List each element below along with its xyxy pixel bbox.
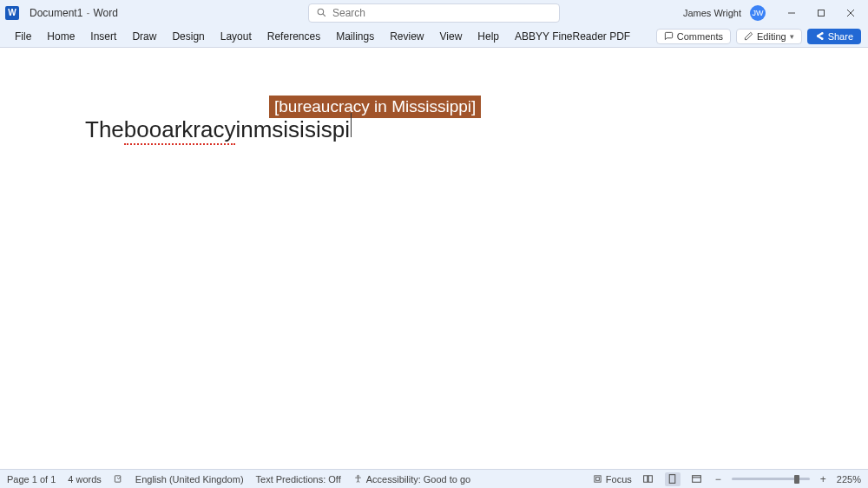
svg-rect-11 [693, 476, 701, 483]
word-app-icon: W [5, 6, 19, 20]
print-layout-button[interactable] [665, 472, 681, 486]
comment-icon [664, 31, 674, 41]
zoom-in-button[interactable]: + [819, 473, 828, 485]
status-accessibility[interactable]: Accessibility: Good to go [353, 474, 470, 485]
status-page[interactable]: Page 1 of 1 [7, 474, 56, 485]
search-box[interactable]: Search [308, 3, 560, 23]
comments-button[interactable]: Comments [656, 29, 731, 44]
editing-mode-button[interactable]: Editing ▾ [736, 29, 802, 44]
title-bar: W Document1-Word Search James Wright JW [0, 0, 868, 25]
focus-mode-button[interactable]: Focus [593, 474, 632, 485]
menu-references[interactable]: References [260, 27, 328, 46]
minimize-button[interactable] [779, 3, 804, 23]
menu-draw[interactable]: Draw [124, 27, 164, 46]
svg-rect-10 [670, 475, 676, 484]
menu-help[interactable]: Help [470, 27, 507, 46]
svg-line-1 [323, 14, 326, 16]
user-avatar[interactable]: JW [750, 5, 766, 21]
menu-mailings[interactable]: Mailings [328, 27, 382, 46]
svg-point-7 [357, 475, 358, 477]
chevron-down-icon: ▾ [790, 32, 794, 41]
search-icon [316, 7, 327, 18]
share-icon [815, 31, 825, 41]
svg-point-0 [318, 9, 324, 15]
menu-review[interactable]: Review [382, 27, 431, 46]
zoom-slider[interactable] [732, 478, 810, 480]
web-layout-button[interactable] [689, 472, 705, 486]
status-word-count[interactable]: 4 words [68, 474, 102, 485]
svg-rect-8 [595, 476, 601, 482]
status-spellcheck[interactable] [114, 474, 123, 484]
accessibility-icon [353, 474, 363, 484]
status-predictions[interactable]: Text Predictions: Off [256, 474, 341, 485]
menu-home[interactable]: Home [39, 27, 82, 46]
page-icon [667, 473, 678, 485]
svg-rect-9 [596, 478, 600, 481]
misspelled-word[interactable]: msisisispi [253, 116, 350, 143]
spellcheck-icon [114, 474, 123, 484]
share-button[interactable]: Share [807, 29, 861, 44]
pencil-icon [744, 31, 753, 41]
document-title: Document1-Word [30, 7, 118, 19]
document-canvas[interactable]: [bureaucracy in Mississippi] The booarkr… [0, 48, 868, 465]
text-span: in [235, 116, 253, 143]
read-icon [642, 473, 654, 485]
search-placeholder: Search [332, 7, 365, 19]
document-text-line[interactable]: The booarkracy in msisisispi [85, 113, 352, 145]
svg-rect-6 [115, 476, 120, 482]
menu-view[interactable]: View [432, 27, 470, 46]
misspelled-word[interactable]: booarkracy [124, 116, 236, 145]
menu-file[interactable]: File [7, 27, 39, 46]
status-bar: Page 1 of 1 4 words English (United King… [0, 469, 868, 488]
zoom-out-button[interactable]: − [713, 473, 723, 485]
zoom-slider-thumb[interactable] [794, 475, 799, 484]
maximize-button[interactable] [809, 3, 833, 23]
menu-list: File Home Insert Draw Design Layout Refe… [7, 27, 638, 46]
menu-design[interactable]: Design [164, 27, 212, 46]
web-icon [691, 473, 702, 485]
svg-rect-3 [819, 10, 825, 16]
text-span: The [85, 116, 124, 143]
menu-abbyy[interactable]: ABBYY FineReader PDF [507, 27, 638, 46]
text-cursor [351, 113, 352, 137]
menu-bar: File Home Insert Draw Design Layout Refe… [0, 25, 868, 48]
menu-layout[interactable]: Layout [213, 27, 260, 46]
close-button[interactable] [838, 3, 863, 23]
menu-insert[interactable]: Insert [82, 27, 124, 46]
read-mode-button[interactable] [641, 472, 656, 486]
status-language[interactable]: English (United Kingdom) [135, 474, 244, 485]
user-name[interactable]: James Wright [683, 8, 741, 18]
focus-icon [593, 474, 602, 484]
zoom-level[interactable]: 225% [837, 474, 861, 485]
